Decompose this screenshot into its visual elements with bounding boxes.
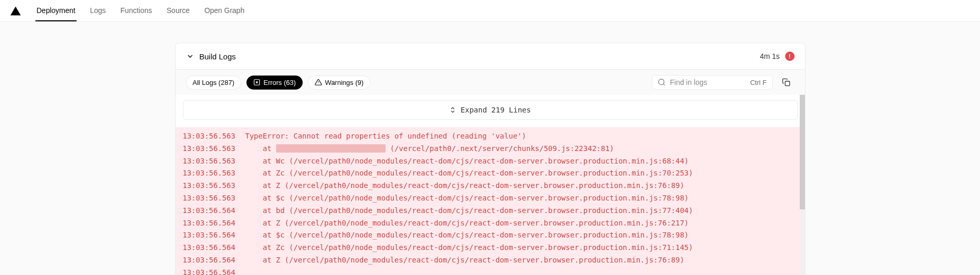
log-timestamp: 13:03:56.563 [183,130,245,143]
search-input[interactable] [670,78,743,86]
search-icon [658,78,666,86]
tab-logs[interactable]: Logs [89,0,107,21]
tab-open-graph[interactable]: Open Graph [203,0,245,21]
scrollbar-thumb[interactable] [800,95,805,209]
log-line: 13:03:56.564 at Zc (/vercel/path0/node_m… [176,242,805,254]
filter-bar: All Logs (287) Errors (63) Warnings (9) … [176,69,805,95]
svg-line-6 [663,84,665,85]
log-text: at Wc (/vercel/path0/node_modules/react-… [245,157,689,165]
tab-functions[interactable]: Functions [119,0,153,21]
log-text: TypeError: Cannot read properties of und… [245,132,526,140]
log-timestamp: 13:03:56.563 [183,192,245,205]
log-line: 13:03:56.564 [176,267,805,275]
copy-button[interactable] [778,74,795,91]
log-line: 13:03:56.563 at $c (/vercel/path0/node_m… [176,192,805,205]
log-line: 13:03:56.563TypeError: Cannot read prope… [176,130,805,143]
log-text: at Zc (/vercel/path0/node_modules/react-… [245,243,693,252]
log-timestamp: 13:03:56.563 [183,143,245,155]
log-timestamp: 13:03:56.564 [183,254,245,267]
log-text: at Z (/vercel/path0/node_modules/react-d… [245,256,685,264]
log-timestamp: 13:03:56.564 [183,242,245,254]
filter-right: Ctrl F [652,74,795,91]
log-line: 13:03:56.563 at XxxxXXXxxxxxxxXxxxXxxxxx… [176,143,805,155]
log-timestamp: 13:03:56.564 [183,205,245,217]
filter-all-logs[interactable]: All Logs (287) [186,76,241,90]
filter-all-label: All Logs (287) [193,79,234,86]
logo-icon [10,6,21,16]
filter-left: All Logs (287) Errors (63) Warnings (9) [186,76,370,90]
search-shortcut: Ctrl F [747,79,767,86]
log-line: 13:03:56.564 at $c (/vercel/path0/node_m… [176,229,805,242]
logs-list: 13:03:56.563TypeError: Cannot read prope… [176,127,805,275]
panel-title: Build Logs [200,52,236,61]
build-logs-panel: Build Logs 4m 1s ! All Logs (287) Errors… [175,43,805,275]
svg-rect-7 [785,81,790,86]
status-badge-error: ! [785,52,795,61]
log-text: at Z (/vercel/path0/node_modules/react-d… [245,219,689,227]
log-timestamp: 13:03:56.563 [183,155,245,168]
panel-header[interactable]: Build Logs 4m 1s ! [176,43,805,69]
expand-label: Expand 219 Lines [461,106,531,114]
nav-tabs: DeploymentLogsFunctionsSourceOpen Graph [35,0,245,21]
log-text: at Z (/vercel/path0/node_modules/react-d… [245,181,685,190]
log-text: at [245,144,276,153]
filter-warnings[interactable]: Warnings (9) [308,76,370,90]
filter-errors-label: Errors (63) [264,79,296,86]
search-box[interactable]: Ctrl F [652,75,773,90]
logo[interactable] [10,6,21,16]
log-text: at bd (/vercel/path0/node_modules/react-… [245,206,693,215]
logs-area: Expand 219 Lines 13:03:56.563TypeError: … [176,95,805,275]
header: DeploymentLogsFunctionsSourceOpen Graph [0,0,980,22]
log-line: 13:03:56.563 at Wc (/vercel/path0/node_m… [176,155,805,168]
panel-header-right: 4m 1s ! [760,52,794,61]
log-line: 13:03:56.563 at Z (/vercel/path0/node_mo… [176,180,805,192]
svg-point-5 [659,79,664,85]
redacted-text: XxxxXXXxxxxxxxXxxxXxxxxxx [276,144,386,153]
log-line: 13:03:56.564 at bd (/vercel/path0/node_m… [176,205,805,217]
log-text: at $c (/vercel/path0/node_modules/react-… [245,194,689,202]
log-text: at $c (/vercel/path0/node_modules/react-… [245,231,689,239]
log-timestamp: 13:03:56.564 [183,217,245,230]
log-timestamp: 13:03:56.563 [183,180,245,192]
panel-header-left: Build Logs [186,52,236,61]
log-timestamp: 13:03:56.563 [183,167,245,180]
warning-icon [315,79,322,86]
log-text: at Zc (/vercel/path0/node_modules/react-… [245,169,693,177]
log-text: (/vercel/path0/.next/server/chunks/509.j… [386,144,614,153]
chevron-down-icon [186,52,194,60]
copy-icon [782,78,790,86]
build-duration: 4m 1s [760,52,779,60]
content: Build Logs 4m 1s ! All Logs (287) Errors… [175,22,805,275]
expand-icon [449,106,456,114]
log-timestamp: 13:03:56.564 [183,267,245,275]
expand-lines-button[interactable]: Expand 219 Lines [183,100,798,120]
logs-container: Expand 219 Lines 13:03:56.563TypeError: … [176,95,805,275]
filter-warnings-label: Warnings (9) [325,79,364,86]
tab-deployment[interactable]: Deployment [35,0,77,21]
log-line: 13:03:56.564 at Z (/vercel/path0/node_mo… [176,254,805,267]
error-icon [253,79,260,86]
log-line: 13:03:56.563 at Zc (/vercel/path0/node_m… [176,167,805,180]
scrollbar-track[interactable] [800,95,805,275]
log-line: 13:03:56.564 at Z (/vercel/path0/node_mo… [176,217,805,230]
log-timestamp: 13:03:56.564 [183,229,245,242]
tab-source[interactable]: Source [166,0,191,21]
filter-errors[interactable]: Errors (63) [246,76,303,90]
